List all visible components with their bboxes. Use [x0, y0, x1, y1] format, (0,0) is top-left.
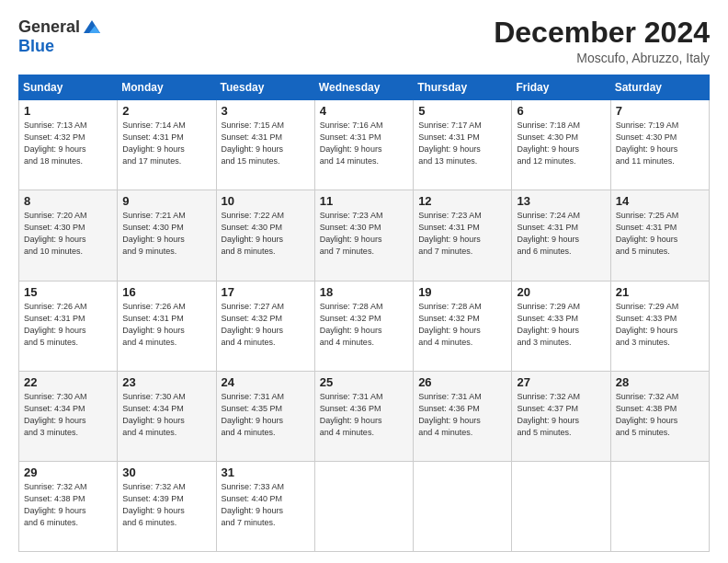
cell-info: Sunrise: 7:15 AMSunset: 4:31 PMDaylight:…	[222, 121, 285, 166]
day-number: 20	[517, 285, 605, 299]
cell-info: Sunrise: 7:26 AMSunset: 4:31 PMDaylight:…	[24, 302, 87, 347]
cell-info: Sunrise: 7:20 AMSunset: 4:30 PMDaylight:…	[24, 211, 87, 256]
table-row: 24 Sunrise: 7:31 AMSunset: 4:35 PMDaylig…	[216, 371, 314, 461]
table-row	[414, 461, 512, 551]
day-number: 3	[222, 104, 310, 118]
table-row: 21 Sunrise: 7:29 AMSunset: 4:33 PMDaylig…	[610, 281, 709, 371]
table-row: 8 Sunrise: 7:20 AMSunset: 4:30 PMDayligh…	[19, 190, 118, 281]
table-row: 22 Sunrise: 7:30 AMSunset: 4:34 PMDaylig…	[19, 371, 118, 461]
cell-info: Sunrise: 7:27 AMSunset: 4:32 PMDaylight:…	[222, 302, 285, 347]
cell-info: Sunrise: 7:32 AMSunset: 4:39 PMDaylight:…	[122, 482, 186, 527]
header: General Blue December 2024 Moscufo, Abru…	[18, 17, 710, 65]
table-row: 19 Sunrise: 7:28 AMSunset: 4:32 PMDaylig…	[414, 281, 512, 371]
header-wednesday: Wednesday	[314, 75, 413, 100]
cell-info: Sunrise: 7:13 AMSunset: 4:32 PMDaylight:…	[24, 121, 87, 166]
cell-info: Sunrise: 7:28 AMSunset: 4:32 PMDaylight:…	[320, 302, 383, 347]
cell-info: Sunrise: 7:31 AMSunset: 4:35 PMDaylight:…	[222, 392, 285, 437]
day-number: 17	[222, 285, 310, 299]
day-number: 13	[517, 194, 605, 208]
month-title: December 2024	[494, 17, 710, 49]
day-number: 8	[24, 194, 112, 208]
cell-info: Sunrise: 7:23 AMSunset: 4:30 PMDaylight:…	[320, 211, 383, 256]
table-row: 11 Sunrise: 7:23 AMSunset: 4:30 PMDaylig…	[314, 190, 413, 281]
calendar-week-row: 22 Sunrise: 7:30 AMSunset: 4:34 PMDaylig…	[19, 371, 710, 461]
header-sunday: Sunday	[19, 75, 118, 100]
day-number: 12	[418, 194, 506, 208]
calendar-week-row: 1 Sunrise: 7:13 AMSunset: 4:32 PMDayligh…	[19, 100, 710, 190]
cell-info: Sunrise: 7:32 AMSunset: 4:37 PMDaylight:…	[517, 392, 580, 437]
cell-info: Sunrise: 7:21 AMSunset: 4:30 PMDaylight:…	[122, 211, 186, 256]
day-number: 14	[616, 194, 704, 208]
table-row: 26 Sunrise: 7:31 AMSunset: 4:36 PMDaylig…	[414, 371, 512, 461]
day-number: 11	[320, 194, 408, 208]
table-row: 5 Sunrise: 7:17 AMSunset: 4:31 PMDayligh…	[414, 100, 512, 190]
table-row: 20 Sunrise: 7:29 AMSunset: 4:33 PMDaylig…	[512, 281, 610, 371]
cell-info: Sunrise: 7:29 AMSunset: 4:33 PMDaylight:…	[616, 302, 679, 347]
logo-general: General	[18, 17, 80, 37]
title-block: December 2024 Moscufo, Abruzzo, Italy	[494, 17, 710, 65]
day-number: 22	[24, 375, 112, 389]
table-row: 6 Sunrise: 7:18 AMSunset: 4:30 PMDayligh…	[512, 100, 610, 190]
table-row: 16 Sunrise: 7:26 AMSunset: 4:31 PMDaylig…	[118, 281, 216, 371]
day-number: 10	[222, 194, 310, 208]
calendar-week-row: 29 Sunrise: 7:32 AMSunset: 4:38 PMDaylig…	[19, 461, 710, 551]
table-row: 27 Sunrise: 7:32 AMSunset: 4:37 PMDaylig…	[512, 371, 610, 461]
table-row: 13 Sunrise: 7:24 AMSunset: 4:31 PMDaylig…	[512, 190, 610, 281]
cell-info: Sunrise: 7:28 AMSunset: 4:32 PMDaylight:…	[418, 302, 482, 347]
day-number: 9	[122, 194, 210, 208]
calendar: Sunday Monday Tuesday Wednesday Thursday…	[18, 75, 710, 552]
cell-info: Sunrise: 7:29 AMSunset: 4:33 PMDaylight:…	[517, 302, 580, 347]
day-number: 28	[616, 375, 704, 389]
table-row: 31 Sunrise: 7:33 AMSunset: 4:40 PMDaylig…	[216, 461, 314, 551]
day-number: 29	[24, 465, 112, 479]
header-tuesday: Tuesday	[216, 75, 314, 100]
day-number: 18	[320, 285, 408, 299]
day-number: 26	[418, 375, 506, 389]
cell-info: Sunrise: 7:31 AMSunset: 4:36 PMDaylight:…	[418, 392, 482, 437]
table-row: 25 Sunrise: 7:31 AMSunset: 4:36 PMDaylig…	[314, 371, 413, 461]
table-row: 18 Sunrise: 7:28 AMSunset: 4:32 PMDaylig…	[314, 281, 413, 371]
table-row: 17 Sunrise: 7:27 AMSunset: 4:32 PMDaylig…	[216, 281, 314, 371]
cell-info: Sunrise: 7:17 AMSunset: 4:31 PMDaylight:…	[418, 121, 482, 166]
cell-info: Sunrise: 7:18 AMSunset: 4:30 PMDaylight:…	[517, 121, 580, 166]
day-number: 24	[222, 375, 310, 389]
cell-info: Sunrise: 7:31 AMSunset: 4:36 PMDaylight:…	[320, 392, 383, 437]
day-number: 6	[517, 104, 605, 118]
day-number: 1	[24, 104, 112, 118]
day-number: 19	[418, 285, 506, 299]
day-number: 15	[24, 285, 112, 299]
cell-info: Sunrise: 7:23 AMSunset: 4:31 PMDaylight:…	[418, 211, 482, 256]
cell-info: Sunrise: 7:19 AMSunset: 4:30 PMDaylight:…	[616, 121, 679, 166]
table-row	[610, 461, 709, 551]
cell-info: Sunrise: 7:33 AMSunset: 4:40 PMDaylight:…	[222, 482, 285, 527]
table-row: 12 Sunrise: 7:23 AMSunset: 4:31 PMDaylig…	[414, 190, 512, 281]
table-row: 3 Sunrise: 7:15 AMSunset: 4:31 PMDayligh…	[216, 100, 314, 190]
table-row: 1 Sunrise: 7:13 AMSunset: 4:32 PMDayligh…	[19, 100, 118, 190]
table-row: 23 Sunrise: 7:30 AMSunset: 4:34 PMDaylig…	[118, 371, 216, 461]
cell-info: Sunrise: 7:22 AMSunset: 4:30 PMDaylight:…	[222, 211, 285, 256]
table-row: 29 Sunrise: 7:32 AMSunset: 4:38 PMDaylig…	[19, 461, 118, 551]
table-row: 15 Sunrise: 7:26 AMSunset: 4:31 PMDaylig…	[19, 281, 118, 371]
table-row: 28 Sunrise: 7:32 AMSunset: 4:38 PMDaylig…	[610, 371, 709, 461]
cell-info: Sunrise: 7:14 AMSunset: 4:31 PMDaylight:…	[122, 121, 186, 166]
table-row: 2 Sunrise: 7:14 AMSunset: 4:31 PMDayligh…	[118, 100, 216, 190]
cell-info: Sunrise: 7:32 AMSunset: 4:38 PMDaylight:…	[616, 392, 679, 437]
cell-info: Sunrise: 7:30 AMSunset: 4:34 PMDaylight:…	[122, 392, 186, 437]
logo: General Blue	[18, 17, 102, 56]
day-number: 16	[122, 285, 210, 299]
page: General Blue December 2024 Moscufo, Abru…	[0, 0, 728, 563]
day-number: 21	[616, 285, 704, 299]
calendar-week-row: 15 Sunrise: 7:26 AMSunset: 4:31 PMDaylig…	[19, 281, 710, 371]
table-row: 14 Sunrise: 7:25 AMSunset: 4:31 PMDaylig…	[610, 190, 709, 281]
day-number: 4	[320, 104, 408, 118]
location: Moscufo, Abruzzo, Italy	[494, 51, 710, 65]
table-row: 4 Sunrise: 7:16 AMSunset: 4:31 PMDayligh…	[314, 100, 413, 190]
logo-icon	[82, 17, 102, 37]
header-friday: Friday	[512, 75, 610, 100]
header-monday: Monday	[118, 75, 216, 100]
day-number: 7	[616, 104, 704, 118]
day-number: 2	[122, 104, 210, 118]
cell-info: Sunrise: 7:26 AMSunset: 4:31 PMDaylight:…	[122, 302, 186, 347]
cell-info: Sunrise: 7:16 AMSunset: 4:31 PMDaylight:…	[320, 121, 383, 166]
table-row	[512, 461, 610, 551]
